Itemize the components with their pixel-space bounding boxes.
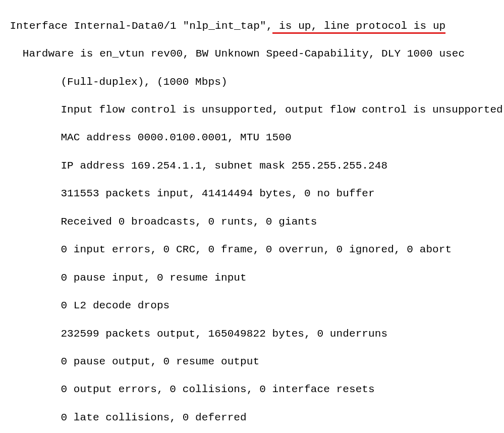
interface-header-prefix: Interface Internal-Data0/1 "nlp_int_tap"… xyxy=(10,20,273,32)
cli-output: Interface Internal-Data0/1 "nlp_int_tap"… xyxy=(0,0,504,433)
interface-header: Interface Internal-Data0/1 "nlp_int_tap"… xyxy=(6,19,498,33)
interface-status-text: is up, line protocol is up xyxy=(272,20,445,34)
pause-output-line: 0 pause output, 0 resume output xyxy=(6,355,498,369)
output-errors-line: 0 output errors, 0 collisions, 0 interfa… xyxy=(6,383,498,397)
pause-input-line: 0 pause input, 0 resume input xyxy=(6,271,498,285)
l2-drops-line: 0 L2 decode drops xyxy=(6,299,498,313)
received-line: Received 0 broadcasts, 0 runts, 0 giants xyxy=(6,215,498,229)
flow-control-line: Input flow control is unsupported, outpu… xyxy=(6,103,498,117)
late-collisions-line: 0 late collisions, 0 deferred xyxy=(6,411,498,425)
hardware-line: Hardware is en_vtun rev00, BW Unknown Sp… xyxy=(6,47,498,61)
packets-output-line: 232599 packets output, 165049822 bytes, … xyxy=(6,327,498,341)
mac-line: MAC address 0000.0100.0001, MTU 1500 xyxy=(6,131,498,145)
ip-line: IP address 169.254.1.1, subnet mask 255.… xyxy=(6,159,498,173)
input-errors-line: 0 input errors, 0 CRC, 0 frame, 0 overru… xyxy=(6,243,498,257)
packets-input-line: 311553 packets input, 41414494 bytes, 0 … xyxy=(6,187,498,201)
duplex-line: (Full-duplex), (1000 Mbps) xyxy=(6,75,498,89)
